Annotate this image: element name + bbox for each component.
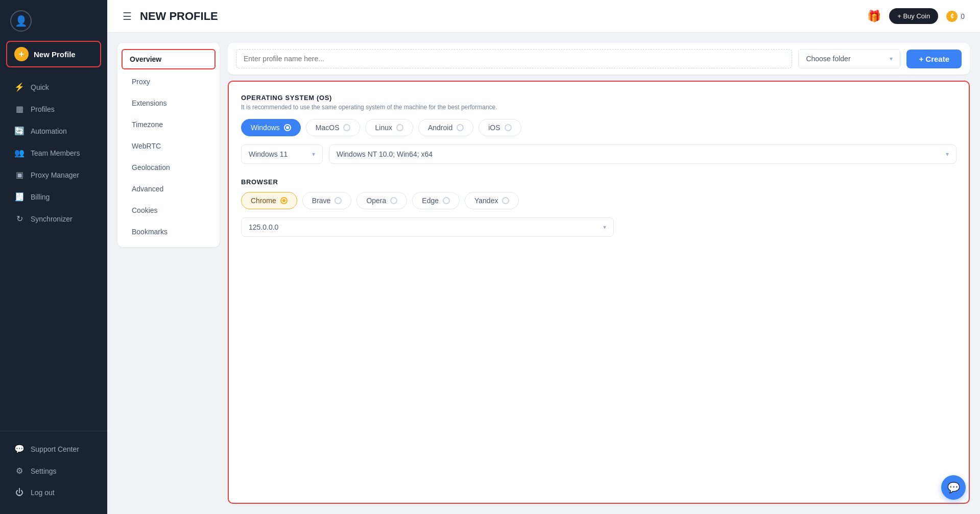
browser-btn-opera[interactable]: Opera [356, 192, 407, 209]
browser-btn-edge[interactable]: Edge [412, 192, 460, 209]
create-label: + Create [919, 55, 949, 63]
tab-advanced[interactable]: Advanced [122, 179, 216, 199]
tab-bookmarks[interactable]: Bookmarks [122, 222, 216, 242]
os-radio-android [457, 124, 464, 131]
profiles-icon: ▦ [14, 104, 25, 114]
browser-btn-yandex[interactable]: Yandex [465, 192, 519, 209]
logout-icon: ⏻ [14, 488, 25, 497]
os-version-large-select[interactable]: Windows NT 10.0; Win64; x64 ▾ [329, 144, 957, 164]
sidebar-item-automation[interactable]: 🔄 Automation [4, 120, 103, 141]
new-profile-button[interactable]: + New Profile [6, 41, 101, 67]
sidebar-item-label: Profiles [31, 105, 55, 113]
tab-extensions[interactable]: Extensions [122, 93, 216, 113]
header: ☰ NEW PROFILE 🎁 + Buy Coin ₵ 0 [107, 0, 980, 33]
os-section-desc: It is recommended to use the same operat… [241, 104, 957, 111]
os-btn-linux[interactable]: Linux [365, 119, 413, 136]
tab-panel: Overview Proxy Extensions Timezone WebRT… [117, 43, 220, 247]
quick-icon: ⚡ [14, 82, 25, 92]
new-profile-icon: + [14, 47, 29, 61]
os-btn-android[interactable]: Android [418, 119, 473, 136]
header-left: ☰ NEW PROFILE [123, 10, 218, 23]
browser-radio-edge [443, 197, 450, 204]
profile-name-input[interactable] [236, 49, 792, 68]
sidebar-item-billing[interactable]: 🧾 Billing [4, 186, 103, 207]
sidebar-item-settings[interactable]: ⚙ Settings [4, 460, 103, 481]
main-content: ☰ NEW PROFILE 🎁 + Buy Coin ₵ 0 Overview … [107, 0, 980, 514]
sidebar-avatar-section: 👤 [0, 0, 107, 37]
sidebar-item-team-members[interactable]: 👥 Team Members [4, 142, 103, 163]
browser-section: BROWSER Chrome Brave Opera [241, 178, 957, 237]
chevron-down-icon: ▾ [946, 151, 949, 158]
browser-version-select[interactable]: 125.0.0.0 ▾ [241, 217, 614, 237]
os-btn-macos[interactable]: MacOS [306, 119, 361, 136]
sidebar-item-label: Automation [31, 127, 67, 135]
os-section-title: OPERATING SYSTEM (OS) [241, 94, 957, 102]
sidebar-item-label: Billing [31, 193, 50, 201]
os-radio-macos [343, 124, 350, 131]
team-icon: 👥 [14, 148, 25, 158]
os-section: OPERATING SYSTEM (OS) It is recommended … [241, 94, 957, 164]
coin-count: 0 [961, 12, 965, 20]
user-icon: 👤 [15, 15, 28, 27]
tab-proxy[interactable]: Proxy [122, 71, 216, 92]
right-panel: Choose folder ▾ + Create OPERATING SYSTE… [228, 43, 970, 504]
browser-btn-chrome[interactable]: Chrome [241, 192, 297, 209]
page-title: NEW PROFILE [140, 10, 218, 23]
chevron-down-icon: ▾ [890, 55, 893, 62]
coin-balance: ₵ 0 [946, 11, 965, 22]
content-area: Overview Proxy Extensions Timezone WebRT… [107, 33, 980, 514]
sidebar-item-logout[interactable]: ⏻ Log out [4, 482, 103, 503]
os-btn-ios[interactable]: iOS [479, 119, 521, 136]
avatar[interactable]: 👤 [10, 10, 32, 32]
browser-section-title: BROWSER [241, 178, 957, 186]
sidebar-item-profiles[interactable]: ▦ Profiles [4, 99, 103, 119]
sidebar-item-label: Support Center [31, 445, 79, 453]
buy-coin-button[interactable]: + Buy Coin [889, 8, 938, 24]
header-right: 🎁 + Buy Coin ₵ 0 [867, 8, 965, 24]
sidebar-nav: ⚡ Quick ▦ Profiles 🔄 Automation 👥 Team M… [0, 71, 107, 431]
browser-btn-brave[interactable]: Brave [302, 192, 352, 209]
sidebar-item-support[interactable]: 💬 Support Center [4, 438, 103, 459]
buy-coin-label: + Buy Coin [897, 12, 930, 20]
sidebar-item-label: Team Members [31, 149, 80, 157]
browser-version-label: 125.0.0.0 [249, 223, 278, 231]
chevron-down-icon: ▾ [603, 224, 606, 231]
browser-options: Chrome Brave Opera Edge [241, 192, 957, 209]
browser-radio-chrome [280, 197, 288, 204]
sidebar-item-label: Proxy Manager [31, 171, 79, 179]
os-options: Windows MacOS Linux Android [241, 119, 957, 136]
browser-radio-yandex [502, 197, 509, 204]
new-profile-label: New Profile [34, 50, 76, 59]
sidebar-item-proxy-manager[interactable]: ▣ Proxy Manager [4, 164, 103, 185]
os-radio-windows [284, 124, 291, 131]
tab-geolocation[interactable]: Geolocation [122, 157, 216, 178]
os-radio-ios [505, 124, 512, 131]
sync-icon: ↻ [14, 214, 25, 224]
sidebar-item-label: Quick [31, 83, 49, 91]
sidebar-item-synchronizer[interactable]: ↻ Synchronizer [4, 208, 103, 229]
chat-bubble-button[interactable]: 💬 [941, 475, 966, 500]
gift-icon: 🎁 [867, 10, 881, 23]
os-btn-windows[interactable]: Windows [241, 119, 301, 136]
create-button[interactable]: + Create [906, 50, 962, 68]
tab-timezone[interactable]: Timezone [122, 114, 216, 135]
hamburger-icon[interactable]: ☰ [123, 10, 132, 22]
sidebar-item-label: Synchronizer [31, 215, 73, 223]
os-radio-linux [396, 124, 403, 131]
browser-radio-brave [334, 197, 342, 204]
automation-icon: 🔄 [14, 126, 25, 136]
coin-badge-icon: ₵ [946, 11, 958, 22]
tab-cookies[interactable]: Cookies [122, 200, 216, 221]
billing-icon: 🧾 [14, 192, 25, 202]
tab-overview[interactable]: Overview [122, 49, 216, 69]
os-version-small-select[interactable]: Windows 11 ▾ [241, 144, 323, 164]
browser-radio-opera [390, 197, 397, 204]
tab-webrtc[interactable]: WebRTC [122, 136, 216, 156]
folder-select[interactable]: Choose folder ▾ [798, 49, 900, 68]
proxy-icon: ▣ [14, 170, 25, 180]
chat-icon: 💬 [947, 481, 960, 494]
sidebar-item-label: Log out [31, 488, 55, 497]
os-selects: Windows 11 ▾ Windows NT 10.0; Win64; x64… [241, 144, 957, 164]
sidebar-item-quick[interactable]: ⚡ Quick [4, 77, 103, 97]
sidebar: 👤 + New Profile ⚡ Quick ▦ Profiles 🔄 Aut… [0, 0, 107, 514]
